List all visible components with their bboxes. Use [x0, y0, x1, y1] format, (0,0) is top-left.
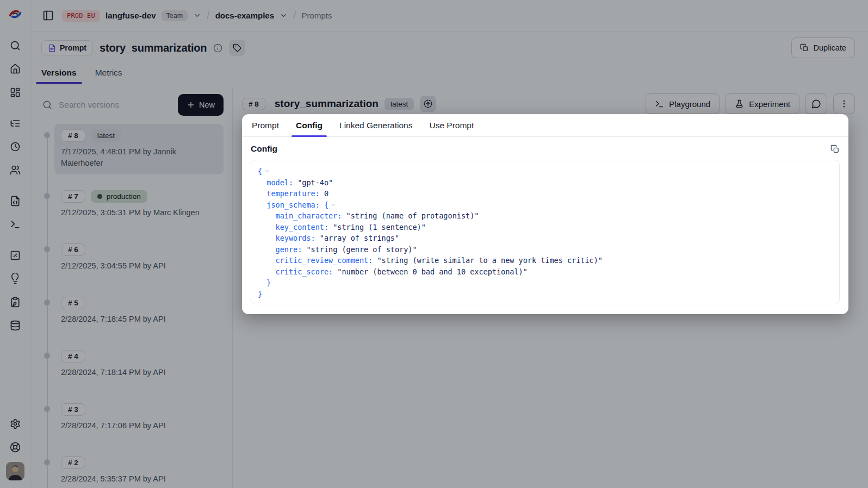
- config-json-line: key_content:"string (1 sentence)": [258, 222, 833, 233]
- config-json-line: keywords:"array of strings": [258, 233, 833, 244]
- tab-use-prompt[interactable]: Use Prompt: [428, 121, 475, 136]
- config-json-line: model:"gpt-4o": [258, 177, 833, 189]
- collapse-chevron-icon[interactable]: [330, 202, 337, 208]
- config-section-header: Config: [242, 137, 848, 160]
- config-json-line: main_character:"string (name of protagon…: [258, 210, 833, 222]
- config-json-line: genre:"string (genre of story)": [258, 244, 833, 255]
- detail-tabs: Prompt Config Linked Generations Use Pro…: [242, 114, 848, 137]
- config-json-line: }: [258, 289, 833, 300]
- config-json-line: }: [258, 277, 833, 289]
- config-json-viewer: { model:"gpt-4o" temperature:0 json_sche…: [251, 160, 840, 304]
- config-json-line: {: [258, 166, 833, 177]
- prompt-detail-card: Prompt Config Linked Generations Use Pro…: [242, 114, 848, 314]
- collapse-chevron-icon[interactable]: [264, 168, 270, 174]
- copy-config-icon[interactable]: [830, 145, 840, 154]
- config-section-title: Config: [251, 144, 277, 154]
- config-json-line: critic_score:"number (between 0 bad and …: [258, 266, 833, 278]
- config-json-line: critic_review_comment:"string (write sim…: [258, 255, 833, 266]
- app-root: PROD-EU langfuse-dev Team / docs-example…: [0, 0, 868, 488]
- config-json-line: json_schema:{: [258, 199, 833, 211]
- tab-prompt[interactable]: Prompt: [251, 121, 280, 136]
- config-json-line: temperature:0: [258, 188, 833, 199]
- tab-config[interactable]: Config: [295, 121, 324, 136]
- tab-linked-generations[interactable]: Linked Generations: [338, 121, 413, 136]
